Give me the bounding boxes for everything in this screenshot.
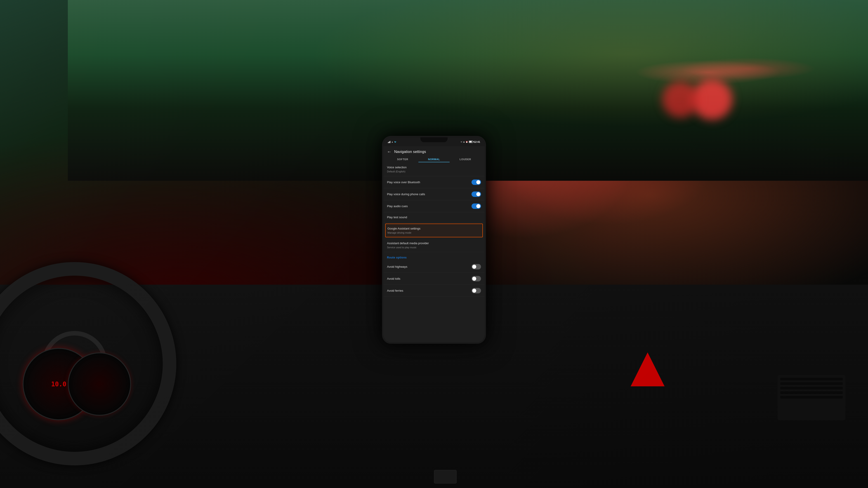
toggle-audio-cues-thumb bbox=[476, 204, 480, 208]
status-bar-right: ✉ ◉ ⏰ 12:41 bbox=[461, 140, 480, 143]
toggle-ferries[interactable] bbox=[471, 288, 481, 293]
signal-bar-4 bbox=[390, 141, 391, 143]
setting-tolls-text: Avoid tolls bbox=[387, 277, 471, 281]
signal-bar-3 bbox=[389, 141, 390, 143]
setting-ferries-title: Avoid ferries bbox=[387, 289, 471, 293]
setting-media-subtitle: Service used to play music bbox=[387, 246, 481, 249]
setting-voice-selection-title: Voice selection bbox=[387, 166, 481, 169]
setting-calls-title: Play voice during phone calls bbox=[387, 192, 471, 196]
route-options-header: Route options bbox=[383, 252, 485, 261]
setting-bluetooth-title: Play voice over Bluetooth bbox=[387, 180, 471, 184]
status-bar-left: ▲ 🐦 bbox=[388, 140, 397, 143]
setting-media-text: Assistant default media provider Service… bbox=[387, 241, 481, 249]
vent-slot bbox=[780, 387, 843, 390]
vent-slot bbox=[780, 382, 843, 385]
toggle-calls-thumb bbox=[476, 192, 480, 196]
setting-play-voice-calls[interactable]: Play voice during phone calls bbox=[383, 188, 485, 200]
setting-play-voice-bluetooth[interactable]: Play voice over Bluetooth bbox=[383, 176, 485, 188]
toggle-tolls[interactable] bbox=[471, 276, 481, 282]
vent-grille-right bbox=[778, 375, 845, 420]
toggle-tolls-thumb bbox=[472, 277, 476, 281]
phone-container: ▲ 🐦 ✉ ◉ ⏰ 12:41 ← Navigation setting bbox=[382, 136, 486, 344]
settings-list: Voice selection Default (English) Play v… bbox=[383, 162, 485, 343]
setting-google-assistant[interactable]: Google Assistant settings Manage driving… bbox=[385, 224, 483, 237]
toggle-highways-thumb bbox=[472, 265, 476, 269]
app-header: ← Navigation settings SOFTER NORMAL LOUD… bbox=[383, 147, 485, 162]
tab-louder[interactable]: LOUDER bbox=[450, 157, 481, 162]
alarm-icon: ⏰ bbox=[466, 141, 468, 143]
setting-tolls-title: Avoid tolls bbox=[387, 277, 471, 281]
volume-tabs: SOFTER NORMAL LOUDER bbox=[387, 157, 481, 162]
setting-test-sound-text: Play test sound bbox=[387, 216, 481, 219]
rpm-gauge bbox=[68, 352, 131, 416]
setting-highways-title: Avoid highways bbox=[387, 265, 471, 269]
setting-avoid-ferries[interactable]: Avoid ferries bbox=[383, 285, 485, 297]
road-light-red-2 bbox=[662, 81, 699, 118]
setting-avoid-highways[interactable]: Avoid highways bbox=[383, 261, 485, 273]
hazard-button[interactable] bbox=[631, 352, 664, 386]
setting-bluetooth-text: Play voice over Bluetooth bbox=[387, 180, 471, 184]
location-icon: ◉ bbox=[463, 141, 465, 143]
setting-play-test-sound[interactable]: Play test sound bbox=[383, 213, 485, 223]
toggle-bluetooth-thumb bbox=[476, 180, 480, 184]
vent-slot bbox=[780, 391, 843, 394]
wifi-icon: ▲ bbox=[391, 141, 393, 143]
notification-icon: ✉ bbox=[461, 141, 462, 143]
setting-voice-selection-subtitle: Default (English) bbox=[387, 170, 481, 173]
toggle-ferries-thumb bbox=[472, 289, 476, 293]
tab-softer[interactable]: SOFTER bbox=[387, 157, 418, 162]
app-title: Navigation settings bbox=[394, 150, 426, 154]
twitter-icon: 🐦 bbox=[394, 141, 397, 143]
signal-bar-1 bbox=[388, 142, 388, 143]
setting-audio-cues-title: Play audio cues bbox=[387, 204, 471, 208]
setting-test-sound-title: Play test sound bbox=[387, 216, 481, 219]
phone-device: ▲ 🐦 ✉ ◉ ⏰ 12:41 ← Navigation setting bbox=[382, 136, 486, 344]
toggle-calls[interactable] bbox=[471, 192, 481, 197]
setting-audio-cues-text: Play audio cues bbox=[387, 204, 471, 208]
setting-avoid-tolls[interactable]: Avoid tolls bbox=[383, 273, 485, 285]
phone-notch bbox=[421, 137, 447, 142]
setting-ferries-text: Avoid ferries bbox=[387, 289, 471, 293]
setting-assistant-subtitle: Manage driving mode bbox=[388, 231, 480, 234]
setting-assistant-media[interactable]: Assistant default media provider Service… bbox=[383, 238, 485, 252]
setting-calls-text: Play voice during phone calls bbox=[387, 192, 471, 196]
signal-bar-2 bbox=[389, 142, 389, 143]
app-header-row: ← Navigation settings bbox=[387, 149, 481, 154]
instrument-cluster bbox=[23, 307, 181, 420]
back-button[interactable]: ← bbox=[387, 149, 392, 154]
signal-icon bbox=[388, 140, 391, 143]
setting-assistant-title: Google Assistant settings bbox=[388, 227, 480, 231]
vent-slot bbox=[780, 396, 843, 398]
battery-icon bbox=[469, 141, 473, 143]
time-display: 12:41 bbox=[474, 140, 480, 143]
setting-play-audio-cues[interactable]: Play audio cues bbox=[383, 200, 485, 213]
setting-assistant-text: Google Assistant settings Manage driving… bbox=[388, 227, 480, 234]
setting-media-title: Assistant default media provider bbox=[387, 241, 481, 246]
battery-fill bbox=[469, 141, 472, 142]
dash-btn-3[interactable] bbox=[434, 470, 457, 484]
toggle-highways[interactable] bbox=[471, 264, 481, 269]
setting-voice-selection-text: Voice selection Default (English) bbox=[387, 166, 481, 173]
phone-screen: ▲ 🐦 ✉ ◉ ⏰ 12:41 ← Navigation setting bbox=[383, 137, 485, 343]
vent-slot bbox=[780, 378, 843, 381]
toggle-bluetooth[interactable] bbox=[471, 180, 481, 185]
tab-normal[interactable]: NORMAL bbox=[418, 157, 450, 162]
setting-voice-selection[interactable]: Voice selection Default (English) bbox=[383, 162, 485, 176]
toggle-audio-cues[interactable] bbox=[471, 203, 481, 209]
setting-highways-text: Avoid highways bbox=[387, 265, 471, 269]
